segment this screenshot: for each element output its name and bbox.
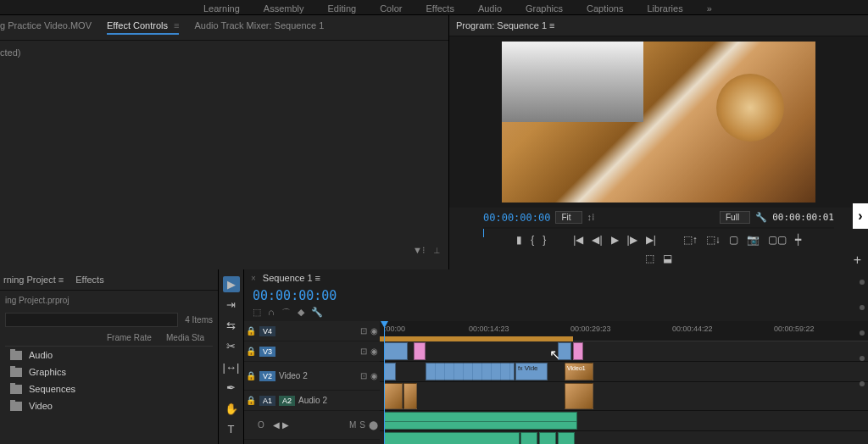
bin-graphics[interactable]: Graphics xyxy=(5,364,213,380)
track-a1-source[interactable]: A1 xyxy=(259,396,275,406)
clip[interactable] xyxy=(384,383,403,409)
play-icon[interactable]: ▶ xyxy=(611,234,619,246)
wrench-icon[interactable]: 🔧 xyxy=(755,212,767,223)
workspace-more-icon[interactable]: » xyxy=(707,3,712,11)
track-v4-lane[interactable] xyxy=(380,341,868,362)
solo-icon[interactable]: S xyxy=(359,420,365,430)
clip[interactable] xyxy=(384,363,396,380)
bin-audio[interactable]: Audio xyxy=(5,347,213,364)
program-scrub-bar[interactable] xyxy=(483,227,834,229)
clip[interactable] xyxy=(565,383,593,409)
lock-icon[interactable]: 🔒 xyxy=(246,396,256,405)
selection-tool[interactable]: ▶ xyxy=(223,276,240,292)
slip-tool[interactable]: |↔| xyxy=(223,359,240,375)
sync-lock-icon[interactable]: ⊡ xyxy=(360,347,367,356)
timeline-settings-icon[interactable]: 🔧 xyxy=(311,307,323,319)
audio-clip[interactable] xyxy=(384,412,577,430)
pen-tool[interactable]: ✒ xyxy=(223,380,240,397)
sync-lock-icon[interactable]: ⊡ xyxy=(360,326,367,336)
lock-icon[interactable]: 🔒 xyxy=(246,326,256,336)
snapshot-icon[interactable]: 📷 xyxy=(747,234,760,246)
timeline-sequence-tab[interactable]: Sequence 1 ≡ xyxy=(263,273,320,283)
workspace-editing[interactable]: Editing xyxy=(328,3,357,11)
audio-clip[interactable] xyxy=(558,432,575,444)
workspace-assembly[interactable]: Assembly xyxy=(264,3,304,11)
export-frame-icon[interactable]: ▢ xyxy=(729,234,738,246)
eye-icon[interactable]: ◉ xyxy=(370,347,378,356)
hand-tool[interactable]: ✋ xyxy=(223,401,240,417)
resolution-icon[interactable]: ↕⁞ xyxy=(587,212,596,223)
clip[interactable] xyxy=(426,363,515,380)
transition-icon[interactable]: ⟂ xyxy=(434,245,440,256)
type-tool[interactable]: T xyxy=(223,422,240,438)
track-select-tool[interactable]: ⇥ xyxy=(223,297,240,314)
tab-effects-browser[interactable]: Effects xyxy=(75,275,103,285)
workspace-captions[interactable]: Captions xyxy=(587,3,623,11)
program-fit-select[interactable]: Fit xyxy=(555,211,581,224)
add-panel-button[interactable]: + xyxy=(854,253,861,268)
expand-right-button[interactable]: › xyxy=(853,203,868,229)
audio-clip[interactable] xyxy=(539,432,556,444)
clip[interactable] xyxy=(403,383,417,409)
extract-icon[interactable]: ⬚↓ xyxy=(706,234,721,246)
linked-selection-icon[interactable]: ∩ xyxy=(268,307,275,319)
mark-out-icon[interactable]: } xyxy=(542,234,546,246)
program-tab[interactable]: Program: Sequence 1 ≡ xyxy=(449,15,868,36)
filter-icon[interactable]: ▼⁝ xyxy=(413,245,426,256)
marker-span-icon[interactable]: ⌒ xyxy=(281,307,291,319)
track-v3-lane[interactable]: fx Vide Video1 xyxy=(380,362,868,382)
timeline-tracks[interactable]: :00:00 00:00:14:23 00:00:29:23 00:00:44:… xyxy=(380,321,868,444)
track-a2b-lane[interactable] xyxy=(380,431,868,444)
razor-tool[interactable]: ✂ xyxy=(223,339,240,355)
track-v4-target[interactable]: V4 xyxy=(259,326,275,336)
tab-audio-mixer[interactable]: Audio Track Mixer: Sequence 1 xyxy=(194,20,324,35)
bin-sequences[interactable]: Sequences xyxy=(5,380,213,397)
clip[interactable] xyxy=(573,342,583,360)
track-a2-lane[interactable] xyxy=(380,411,868,431)
track-a2-target[interactable]: A2 xyxy=(279,396,295,406)
compare-icon[interactable]: ▢▢ xyxy=(768,234,787,246)
mute-icon[interactable]: M xyxy=(349,420,356,430)
insert-icon[interactable]: ⬚ xyxy=(645,253,654,264)
track-v3-target[interactable]: V3 xyxy=(259,347,275,357)
audio-clip[interactable] xyxy=(384,432,520,444)
tab-project[interactable]: rning Project ≡ xyxy=(3,275,64,285)
track-v2-target[interactable]: V2 xyxy=(259,371,275,381)
col-frame-rate[interactable]: Frame Rate xyxy=(107,333,166,342)
workspace-audio[interactable]: Audio xyxy=(478,3,502,11)
eye-icon[interactable]: ◉ xyxy=(370,371,378,380)
tab-effect-controls[interactable]: Effect Controls ≡ xyxy=(107,20,179,35)
clip[interactable]: fx Vide xyxy=(515,363,548,380)
col-media-start[interactable]: Media Sta xyxy=(166,333,204,342)
clip[interactable] xyxy=(414,342,426,360)
workspace-graphics[interactable]: Graphics xyxy=(526,3,563,11)
workspace-effects[interactable]: Effects xyxy=(426,3,453,11)
clip[interactable]: Video1 xyxy=(565,363,593,380)
lock-icon[interactable]: 🔒 xyxy=(246,347,256,356)
step-back-icon[interactable]: ◀| xyxy=(592,234,602,246)
workspace-libraries[interactable]: Libraries xyxy=(647,3,682,11)
program-timecode[interactable]: 00:00:00:00 xyxy=(483,212,550,224)
program-zoom-select[interactable]: Full xyxy=(720,211,750,224)
eye-icon[interactable]: ◉ xyxy=(370,326,378,336)
go-to-out-icon[interactable]: ▶| xyxy=(646,234,656,246)
snap-icon[interactable]: ⬚ xyxy=(253,307,261,319)
add-marker-icon[interactable]: ▮ xyxy=(516,234,522,246)
sync-lock-icon[interactable]: ⊡ xyxy=(360,371,367,380)
add-marker-tl-icon[interactable]: ◆ xyxy=(298,307,304,319)
settings-icon[interactable]: ┿ xyxy=(795,234,801,246)
tab-source[interactable]: g Practice Video.MOV xyxy=(0,20,92,35)
overwrite-icon[interactable]: ⬓ xyxy=(663,253,672,264)
bin-video[interactable]: Video xyxy=(5,397,213,414)
voiceover-icon[interactable]: ⬤ xyxy=(369,420,378,430)
mark-in-icon[interactable]: { xyxy=(531,234,534,246)
project-search-input[interactable] xyxy=(5,313,178,327)
program-viewer[interactable] xyxy=(449,36,868,208)
go-to-in-icon[interactable]: |◀ xyxy=(573,234,583,246)
step-fwd-icon[interactable]: |▶ xyxy=(627,234,637,246)
timeline-timecode[interactable]: 00:00:00:00 xyxy=(244,286,380,305)
playhead[interactable] xyxy=(384,321,385,444)
clip[interactable] xyxy=(384,342,408,360)
panel-menu-icon[interactable]: ≡ xyxy=(171,20,179,31)
track-v2-lane[interactable] xyxy=(380,382,868,411)
